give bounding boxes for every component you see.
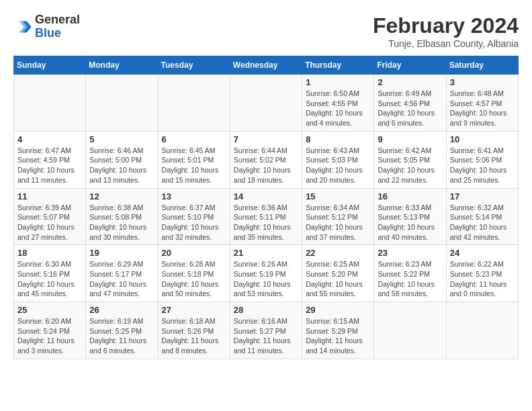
calendar-cell: 22Sunrise: 6:25 AM Sunset: 5:20 PM Dayli… [302,245,374,302]
calendar-cell: 10Sunrise: 6:41 AM Sunset: 5:06 PM Dayli… [446,131,518,188]
day-info: Sunrise: 6:50 AM Sunset: 4:55 PM Dayligh… [306,89,370,128]
calendar-cell [14,75,86,132]
title-section: February 2024 Tunje, Elbasan County, Alb… [373,13,519,49]
day-number: 25 [17,305,82,315]
calendar-cell: 19Sunrise: 6:29 AM Sunset: 5:17 PM Dayli… [86,245,158,302]
day-info: Sunrise: 6:39 AM Sunset: 5:07 PM Dayligh… [17,203,82,242]
day-number: 27 [162,305,226,315]
header: General Blue February 2024 Tunje, Elbasa… [13,13,519,49]
weekday-header: Sunday [14,56,86,75]
logo: General Blue [13,13,80,40]
day-number: 5 [89,134,154,144]
day-number: 26 [89,305,154,315]
day-info: Sunrise: 6:23 AM Sunset: 5:22 PM Dayligh… [378,259,442,299]
weekday-header: Thursday [302,56,374,75]
calendar-cell [86,75,158,132]
day-info: Sunrise: 6:32 AM Sunset: 5:14 PM Dayligh… [450,203,515,242]
weekday-header: Saturday [446,56,518,75]
weekday-header-row: SundayMondayTuesdayWednesdayThursdayFrid… [14,56,519,75]
logo-text: General Blue [35,13,80,40]
day-number: 10 [450,134,515,144]
calendar-cell [374,302,446,359]
day-info: Sunrise: 6:46 AM Sunset: 5:00 PM Dayligh… [89,146,154,185]
calendar-cell: 3Sunrise: 6:48 AM Sunset: 4:57 PM Daylig… [446,75,518,132]
day-number: 2 [378,77,442,87]
day-number: 29 [306,305,370,315]
day-number: 11 [17,191,82,201]
day-number: 9 [378,134,442,144]
day-number: 20 [162,248,226,258]
day-info: Sunrise: 6:29 AM Sunset: 5:17 PM Dayligh… [89,259,154,299]
day-number: 22 [306,248,370,258]
calendar-week-row: 25Sunrise: 6:20 AM Sunset: 5:24 PM Dayli… [14,302,519,359]
day-number: 7 [234,134,298,144]
day-info: Sunrise: 6:36 AM Sunset: 5:11 PM Dayligh… [234,203,298,242]
day-info: Sunrise: 6:43 AM Sunset: 5:03 PM Dayligh… [306,146,370,185]
calendar-cell: 18Sunrise: 6:30 AM Sunset: 5:16 PM Dayli… [14,245,86,302]
day-info: Sunrise: 6:26 AM Sunset: 5:19 PM Dayligh… [234,259,298,299]
location: Tunje, Elbasan County, Albania [373,38,519,49]
day-number: 28 [234,305,298,315]
day-info: Sunrise: 6:41 AM Sunset: 5:06 PM Dayligh… [450,146,515,185]
day-info: Sunrise: 6:18 AM Sunset: 5:26 PM Dayligh… [162,316,226,356]
day-number: 16 [378,191,442,201]
calendar-cell: 1Sunrise: 6:50 AM Sunset: 4:55 PM Daylig… [302,75,374,132]
calendar-cell: 9Sunrise: 6:42 AM Sunset: 5:05 PM Daylig… [374,131,446,188]
calendar-cell: 24Sunrise: 6:22 AM Sunset: 5:23 PM Dayli… [446,245,518,302]
day-info: Sunrise: 6:48 AM Sunset: 4:57 PM Dayligh… [450,89,515,128]
calendar-cell [446,302,518,359]
day-number: 14 [234,191,298,201]
logo-general: General [35,13,80,26]
calendar-week-row: 4Sunrise: 6:47 AM Sunset: 4:59 PM Daylig… [14,131,519,188]
calendar-cell: 13Sunrise: 6:37 AM Sunset: 5:10 PM Dayli… [158,188,230,245]
day-number: 19 [89,248,154,258]
day-number: 1 [306,77,370,87]
day-info: Sunrise: 6:30 AM Sunset: 5:16 PM Dayligh… [17,259,82,299]
calendar-cell: 27Sunrise: 6:18 AM Sunset: 5:26 PM Dayli… [158,302,230,359]
day-number: 17 [450,191,515,201]
calendar-cell: 16Sunrise: 6:33 AM Sunset: 5:13 PM Dayli… [374,188,446,245]
day-info: Sunrise: 6:28 AM Sunset: 5:18 PM Dayligh… [162,259,226,299]
day-info: Sunrise: 6:16 AM Sunset: 5:27 PM Dayligh… [234,316,298,356]
calendar-cell: 8Sunrise: 6:43 AM Sunset: 5:03 PM Daylig… [302,131,374,188]
day-number: 4 [17,134,82,144]
day-info: Sunrise: 6:49 AM Sunset: 4:56 PM Dayligh… [378,89,442,128]
day-info: Sunrise: 6:34 AM Sunset: 5:12 PM Dayligh… [306,203,370,242]
day-number: 12 [89,191,154,201]
calendar-cell: 21Sunrise: 6:26 AM Sunset: 5:19 PM Dayli… [230,245,302,302]
day-number: 24 [450,248,515,258]
day-info: Sunrise: 6:19 AM Sunset: 5:25 PM Dayligh… [89,316,154,356]
day-number: 21 [234,248,298,258]
day-info: Sunrise: 6:33 AM Sunset: 5:13 PM Dayligh… [378,203,442,242]
calendar-cell: 14Sunrise: 6:36 AM Sunset: 5:11 PM Dayli… [230,188,302,245]
calendar-cell: 29Sunrise: 6:15 AM Sunset: 5:29 PM Dayli… [302,302,374,359]
calendar-cell: 12Sunrise: 6:38 AM Sunset: 5:08 PM Dayli… [86,188,158,245]
day-info: Sunrise: 6:22 AM Sunset: 5:23 PM Dayligh… [450,259,515,299]
day-info: Sunrise: 6:45 AM Sunset: 5:01 PM Dayligh… [162,146,226,185]
calendar-cell: 4Sunrise: 6:47 AM Sunset: 4:59 PM Daylig… [14,131,86,188]
day-info: Sunrise: 6:47 AM Sunset: 4:59 PM Dayligh… [17,146,82,185]
day-number: 3 [450,77,515,87]
calendar-week-row: 18Sunrise: 6:30 AM Sunset: 5:16 PM Dayli… [14,245,519,302]
calendar-cell [158,75,230,132]
month-year: February 2024 [373,13,519,38]
calendar-cell: 7Sunrise: 6:44 AM Sunset: 5:02 PM Daylig… [230,131,302,188]
weekday-header: Friday [374,56,446,75]
day-info: Sunrise: 6:44 AM Sunset: 5:02 PM Dayligh… [234,146,298,185]
day-number: 13 [162,191,226,201]
weekday-header: Monday [86,56,158,75]
calendar-cell: 23Sunrise: 6:23 AM Sunset: 5:22 PM Dayli… [374,245,446,302]
calendar-cell: 20Sunrise: 6:28 AM Sunset: 5:18 PM Dayli… [158,245,230,302]
weekday-header: Wednesday [230,56,302,75]
calendar-cell: 6Sunrise: 6:45 AM Sunset: 5:01 PM Daylig… [158,131,230,188]
day-info: Sunrise: 6:15 AM Sunset: 5:29 PM Dayligh… [306,316,370,356]
day-number: 15 [306,191,370,201]
calendar-week-row: 1Sunrise: 6:50 AM Sunset: 4:55 PM Daylig… [14,75,519,132]
logo-icon [13,17,32,36]
calendar-cell: 5Sunrise: 6:46 AM Sunset: 5:00 PM Daylig… [86,131,158,188]
day-number: 23 [378,248,442,258]
day-info: Sunrise: 6:37 AM Sunset: 5:10 PM Dayligh… [162,203,226,242]
day-info: Sunrise: 6:42 AM Sunset: 5:05 PM Dayligh… [378,146,442,185]
calendar-cell [230,75,302,132]
calendar-cell: 2Sunrise: 6:49 AM Sunset: 4:56 PM Daylig… [374,75,446,132]
